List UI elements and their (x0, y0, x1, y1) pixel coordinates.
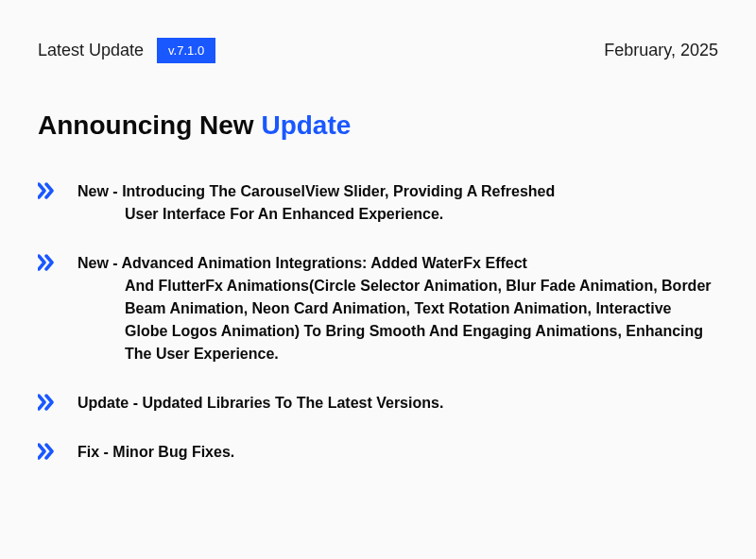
header-row: Latest Update v.7.1.0 February, 2025 (38, 38, 718, 63)
header-left: Latest Update v.7.1.0 (38, 38, 215, 63)
change-item: Update - Updated Libraries To The Latest… (38, 392, 718, 415)
title-prefix: Announcing New (38, 110, 261, 140)
change-tag: New (77, 255, 109, 271)
change-item: Fix - Minor Bug Fixes. (38, 441, 718, 464)
chevron-right-icon (38, 254, 57, 271)
change-first-line: Updated Libraries To The Latest Versions… (142, 395, 443, 411)
chevron-right-icon (38, 394, 57, 411)
chevron-right-icon (38, 443, 57, 460)
changes-list: New - Introducing The CarouselView Slide… (38, 180, 718, 464)
change-tag: Fix (77, 444, 99, 460)
change-text: Update - Updated Libraries To The Latest… (77, 392, 443, 415)
change-first-line: Introducing The CarouselView Slider, Pro… (122, 183, 555, 199)
date-label: February, 2025 (604, 41, 718, 60)
change-text: Fix - Minor Bug Fixes. (77, 441, 234, 464)
change-text: New - Advanced Animation Integrations: A… (77, 252, 718, 365)
change-tag: Update (77, 395, 129, 411)
change-rest: And FlutterFx Animations(Circle Selector… (77, 275, 718, 365)
change-tag: New (77, 183, 109, 199)
change-text: New - Introducing The CarouselView Slide… (77, 180, 555, 226)
latest-update-label: Latest Update (38, 41, 144, 60)
change-first-line: Minor Bug Fixes. (112, 444, 234, 460)
title-highlight: Update (261, 110, 351, 140)
announcement-title: Announcing New Update (38, 110, 718, 141)
chevron-right-icon (38, 182, 57, 199)
change-item: New - Advanced Animation Integrations: A… (38, 252, 718, 365)
version-badge: v.7.1.0 (157, 38, 215, 63)
change-rest: User Interface For An Enhanced Experienc… (77, 203, 555, 226)
change-item: New - Introducing The CarouselView Slide… (38, 180, 718, 226)
change-first-line: Advanced Animation Integrations: Added W… (122, 255, 527, 271)
